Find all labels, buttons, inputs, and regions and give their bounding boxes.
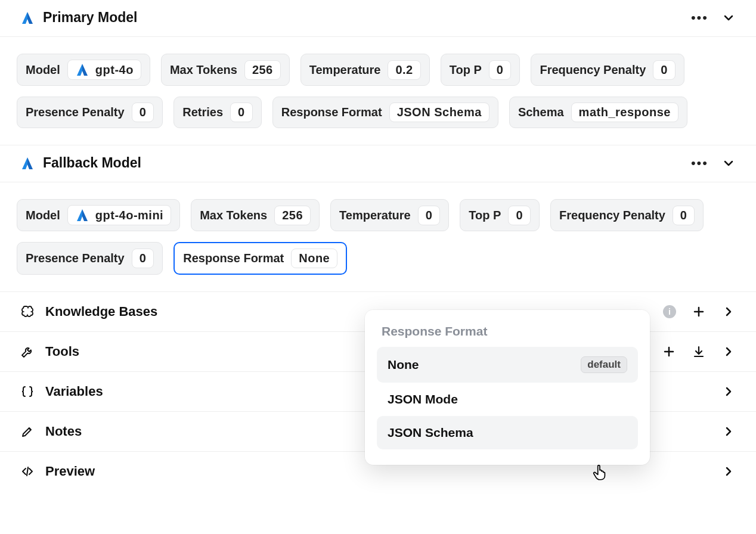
azure-icon bbox=[20, 11, 35, 25]
param-value: 256 bbox=[274, 206, 311, 225]
param-label: Response Format bbox=[281, 105, 382, 119]
azure-icon bbox=[75, 63, 89, 77]
info-icon[interactable]: i bbox=[663, 305, 676, 318]
hand-cursor-icon bbox=[592, 464, 608, 482]
param-value: 0 bbox=[653, 60, 676, 80]
wrench-icon bbox=[20, 344, 35, 359]
primary-model-title: Primary Model bbox=[43, 10, 138, 26]
param-max-tokens[interactable]: Max Tokens 256 bbox=[161, 54, 290, 86]
param-top-p[interactable]: Top P 0 bbox=[441, 54, 520, 86]
azure-icon bbox=[75, 208, 89, 222]
primary-model-header: Primary Model ••• bbox=[0, 0, 756, 37]
param-model[interactable]: Model gpt-4o bbox=[17, 54, 150, 86]
param-label: Top P bbox=[469, 209, 501, 222]
param-temperature[interactable]: Temperature 0 bbox=[330, 199, 449, 231]
chevron-right-icon[interactable] bbox=[721, 464, 736, 479]
param-label: Model bbox=[26, 209, 60, 222]
chevron-right-icon[interactable] bbox=[721, 424, 736, 439]
dropdown-option-json-mode[interactable]: JSON Mode bbox=[377, 383, 638, 416]
param-value: 0.2 bbox=[388, 60, 420, 80]
param-value: 0 bbox=[489, 60, 512, 80]
param-frequency-penalty[interactable]: Frequency Penalty 0 bbox=[550, 199, 704, 231]
option-label: JSON Mode bbox=[388, 392, 458, 406]
option-label: JSON Schema bbox=[388, 426, 473, 440]
pencil-icon bbox=[20, 424, 35, 439]
param-top-p[interactable]: Top P 0 bbox=[460, 199, 540, 231]
param-presence-penalty[interactable]: Presence Penalty 0 bbox=[17, 242, 163, 275]
chevron-down-icon[interactable] bbox=[721, 11, 736, 25]
param-value: math_response bbox=[571, 103, 678, 122]
more-icon[interactable]: ••• bbox=[691, 10, 708, 26]
param-value: 0 bbox=[132, 249, 154, 268]
brain-icon bbox=[20, 305, 35, 319]
param-label: Model bbox=[26, 63, 60, 77]
param-label: Response Format bbox=[183, 252, 284, 265]
dropdown-title: Response Format bbox=[382, 324, 633, 339]
param-max-tokens[interactable]: Max Tokens 256 bbox=[191, 199, 320, 231]
param-label: Frequency Penalty bbox=[540, 63, 646, 77]
primary-model-params: Model gpt-4o Max Tokens 256 Temperature … bbox=[0, 37, 756, 145]
param-label: Max Tokens bbox=[170, 63, 237, 77]
param-temperature[interactable]: Temperature 0.2 bbox=[300, 54, 430, 86]
param-schema[interactable]: Schema math_response bbox=[509, 97, 687, 128]
chevron-right-icon[interactable] bbox=[721, 305, 736, 319]
plus-icon[interactable] bbox=[692, 305, 706, 319]
param-value: 256 bbox=[244, 60, 281, 80]
param-value: 0 bbox=[673, 206, 695, 225]
param-value: gpt-4o bbox=[95, 63, 134, 77]
param-value: 0 bbox=[418, 206, 441, 225]
param-label: Max Tokens bbox=[200, 209, 267, 222]
param-value: gpt-4o-mini bbox=[95, 209, 163, 222]
chevron-right-icon[interactable] bbox=[721, 344, 736, 359]
dropdown-option-none[interactable]: None default bbox=[377, 347, 638, 383]
param-value: 0 bbox=[132, 103, 154, 122]
param-label: Presence Penalty bbox=[26, 105, 125, 119]
param-label: Temperature bbox=[339, 209, 411, 222]
response-format-dropdown: Response Format None default JSON Mode J… bbox=[365, 310, 650, 465]
param-label: Retries bbox=[182, 105, 223, 119]
fallback-model-title: Fallback Model bbox=[43, 155, 141, 171]
param-frequency-penalty[interactable]: Frequency Penalty 0 bbox=[531, 54, 684, 86]
param-value: 0 bbox=[508, 206, 531, 225]
default-badge: default bbox=[581, 356, 627, 373]
row-label: Preview bbox=[45, 464, 711, 479]
dropdown-option-json-schema[interactable]: JSON Schema bbox=[377, 416, 638, 449]
param-value: 0 bbox=[230, 103, 253, 122]
param-response-format[interactable]: Response Format JSON Schema bbox=[272, 97, 498, 128]
plus-icon[interactable] bbox=[662, 344, 676, 359]
chevron-right-icon[interactable] bbox=[721, 384, 736, 399]
param-presence-penalty[interactable]: Presence Penalty 0 bbox=[17, 97, 163, 128]
azure-icon bbox=[20, 156, 35, 170]
chevron-down-icon[interactable] bbox=[721, 156, 736, 170]
code-icon bbox=[20, 464, 35, 479]
param-value: None bbox=[291, 249, 337, 268]
fallback-model-header: Fallback Model ••• bbox=[0, 145, 756, 182]
braces-icon bbox=[20, 384, 35, 399]
download-icon[interactable] bbox=[692, 344, 706, 359]
option-label: None bbox=[388, 358, 419, 372]
param-label: Top P bbox=[450, 63, 482, 77]
more-icon[interactable]: ••• bbox=[691, 156, 708, 171]
param-response-format[interactable]: Response Format None bbox=[173, 242, 347, 275]
param-label: Schema bbox=[518, 105, 564, 119]
param-retries[interactable]: Retries 0 bbox=[173, 97, 261, 128]
param-value: JSON Schema bbox=[389, 103, 489, 122]
fallback-model-params: Model gpt-4o-mini Max Tokens 256 Tempera… bbox=[0, 182, 756, 292]
param-label: Presence Penalty bbox=[26, 252, 125, 265]
param-label: Frequency Penalty bbox=[559, 209, 665, 222]
param-label: Temperature bbox=[309, 63, 381, 77]
param-model[interactable]: Model gpt-4o-mini bbox=[17, 199, 180, 231]
